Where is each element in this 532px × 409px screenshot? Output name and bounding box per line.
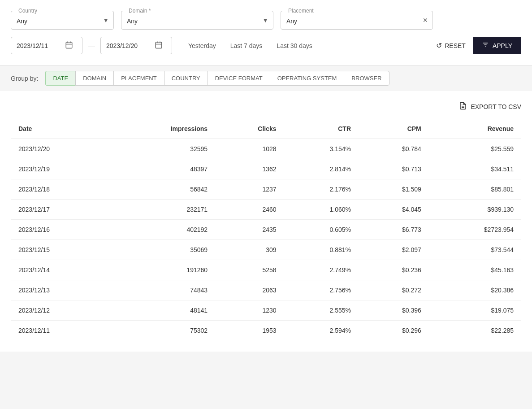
domain-label: Domain * [127,8,152,14]
cell-ctr: 2.756% [284,280,358,300]
cell-ctr: 2.749% [284,260,358,280]
tab-domain[interactable]: DOMAIN [75,71,113,86]
cell-date: 2023/12/19 [11,159,108,179]
cell-clicks: 1953 [215,321,283,341]
domain-filter[interactable]: Domain * Any ▼ [121,11,273,30]
cell-ctr: 1.060% [284,200,358,220]
placement-select[interactable]: Any [281,11,433,29]
filter-icon [482,41,489,50]
tab-country[interactable]: COUNTRY [164,71,208,86]
country-select[interactable]: Any [11,11,113,29]
cell-clicks: 1230 [215,300,283,321]
cell-cpm: $4.045 [358,200,428,220]
col-header-revenue: Revenue [428,119,521,139]
cell-clicks: 2063 [215,280,283,300]
cell-date: 2023/12/16 [11,220,108,240]
cell-impressions: 56842 [107,179,215,200]
tab-date[interactable]: DATE [45,71,75,86]
cell-revenue: $25.559 [428,139,521,159]
cell-cpm: $0.784 [358,139,428,159]
cell-impressions: 32595 [107,139,215,159]
tab-browser[interactable]: BROWSER [344,71,389,86]
cell-ctr: 0.605% [284,220,358,240]
cell-date: 2023/12/20 [11,139,108,159]
cell-revenue: $20.386 [428,280,521,300]
cell-impressions: 48397 [107,159,215,179]
table-row: 2023/12/14 191260 5258 2.749% $0.236 $45… [11,260,521,280]
cell-clicks: 1028 [215,139,283,159]
cell-date: 2023/12/15 [11,240,108,260]
cell-revenue: $73.544 [428,240,521,260]
date-end-input[interactable]: 2023/12/20 [106,42,151,49]
tab-device-format[interactable]: DEVICE FORMAT [208,71,270,86]
table-row: 2023/12/17 232171 2460 1.060% $4.045 $93… [11,200,521,220]
svg-rect-0 [66,42,72,48]
calendar-start-icon[interactable] [65,41,73,50]
group-by-label: Group by: [11,75,38,82]
table-row: 2023/12/13 74843 2063 2.756% $0.272 $20.… [11,280,521,300]
cell-date: 2023/12/17 [11,200,108,220]
date-end-wrapper[interactable]: 2023/12/20 [100,37,172,54]
cell-date: 2023/12/13 [11,280,108,300]
table-row: 2023/12/11 75302 1953 2.594% $0.296 $22.… [11,321,521,341]
cell-revenue: $34.511 [428,159,521,179]
reset-button[interactable]: ↺ RESET [436,41,466,50]
col-header-cpm: CPM [358,119,428,139]
cell-cpm: $0.713 [358,159,428,179]
date-separator: — [88,42,95,50]
col-header-clicks: Clicks [215,119,283,139]
calendar-end-icon[interactable] [155,41,163,50]
cell-ctr: 2.555% [284,300,358,321]
country-label: Country [17,8,39,14]
cell-ctr: 2.814% [284,159,358,179]
cell-revenue: $45.163 [428,260,521,280]
table-row: 2023/12/16 402192 2435 0.605% $6.773 $27… [11,220,521,240]
cell-clicks: 1362 [215,159,283,179]
cell-ctr: 0.881% [284,240,358,260]
apply-button[interactable]: APPLY [473,37,521,54]
cell-impressions: 35069 [107,240,215,260]
cell-revenue: $22.285 [428,321,521,341]
cell-ctr: 2.594% [284,321,358,341]
cell-clicks: 2435 [215,220,283,240]
country-filter[interactable]: Country Any ▼ [11,11,114,30]
export-icon [459,102,467,111]
tab-operating-system[interactable]: OPERATING SYSTEM [270,71,344,86]
group-by-tabs: DATE DOMAIN PLACEMENT COUNTRY DEVICE FOR… [45,71,389,86]
cell-impressions: 402192 [107,220,215,240]
cell-cpm: $6.773 [358,220,428,240]
cell-clicks: 5258 [215,260,283,280]
export-csv-button[interactable]: EXPORT TO CSV [459,102,521,111]
col-header-impressions: Impressions [107,119,215,139]
cell-impressions: 74843 [107,280,215,300]
cell-date: 2023/12/11 [11,321,108,341]
last30days-btn[interactable]: Last 30 days [273,40,316,51]
domain-select[interactable]: Any [121,11,273,29]
cell-impressions: 232171 [107,200,215,220]
reset-icon: ↺ [436,41,442,50]
cell-ctr: 3.154% [284,139,358,159]
col-header-ctr: CTR [284,119,358,139]
data-table: Date Impressions Clicks CTR CPM Revenue … [11,118,521,341]
placement-filter[interactable]: Placement Any ✕ [281,11,433,30]
col-header-date: Date [11,119,108,139]
cell-revenue: $85.801 [428,179,521,200]
cell-impressions: 75302 [107,321,215,341]
cell-cpm: $0.272 [358,280,428,300]
cell-clicks: 309 [215,240,283,260]
last7days-btn[interactable]: Last 7 days [227,40,266,51]
date-start-input[interactable]: 2023/12/11 [17,42,61,49]
cell-clicks: 2460 [215,200,283,220]
table-row: 2023/12/19 48397 1362 2.814% $0.713 $34.… [11,159,521,179]
cell-revenue: $2723.954 [428,220,521,240]
placement-label: Placement [286,8,316,14]
table-row: 2023/12/18 56842 1237 2.176% $1.509 $85.… [11,179,521,200]
tab-placement[interactable]: PLACEMENT [113,71,164,86]
date-start-wrapper[interactable]: 2023/12/11 [11,37,82,54]
cell-cpm: $1.509 [358,179,428,200]
cell-cpm: $0.236 [358,260,428,280]
table-row: 2023/12/20 32595 1028 3.154% $0.784 $25.… [11,139,521,159]
table-row: 2023/12/15 35069 309 0.881% $2.097 $73.5… [11,240,521,260]
table-row: 2023/12/12 48141 1230 2.555% $0.396 $19.… [11,300,521,321]
yesterday-btn[interactable]: Yesterday [185,40,220,51]
